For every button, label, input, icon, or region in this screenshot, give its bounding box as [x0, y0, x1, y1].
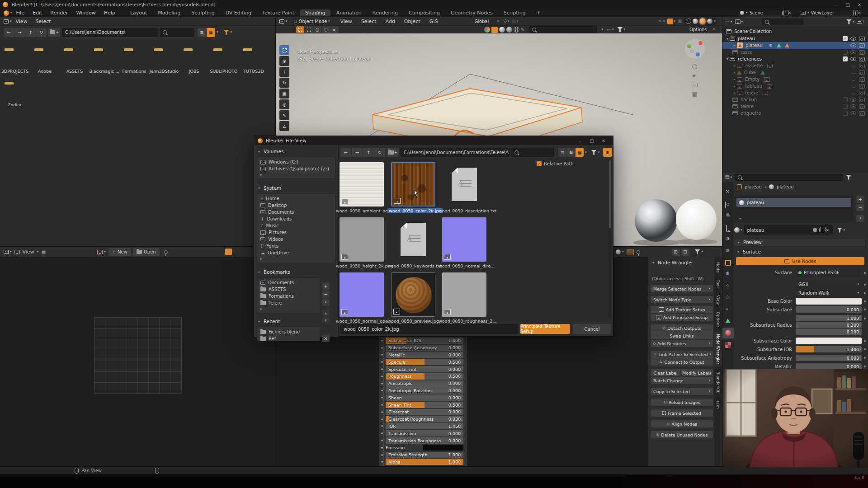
- dialog-path-field[interactable]: C:\Users\Jenni\Documents\Formations\Teie…: [401, 148, 509, 157]
- reload-images-button[interactable]: ↻Reload Images: [651, 399, 713, 406]
- panel-preview[interactable]: ▸Preview: [733, 238, 865, 246]
- system-item[interactable]: Desktop: [257, 202, 335, 209]
- brush-icon[interactable]: ✎: [521, 28, 524, 32]
- display-size-chevron[interactable]: ▾: [585, 151, 587, 154]
- filter-toggle[interactable]: ▾: [224, 30, 232, 35]
- bookmark-item[interactable]: Teiere: [257, 300, 320, 306]
- display-vertical-list-button[interactable]: ≣: [558, 148, 566, 157]
- tab-object-icon[interactable]: [725, 260, 731, 266]
- pan-hand-icon[interactable]: ☛: [692, 73, 697, 79]
- image-new-button[interactable]: +New: [108, 248, 131, 256]
- tab-blenderkit[interactable]: BlenderKit: [714, 369, 722, 395]
- system-item[interactable]: ⌂Home: [257, 195, 335, 202]
- workspace-tab-shading[interactable]: Shading: [300, 9, 330, 16]
- pin-icon[interactable]: [637, 250, 640, 254]
- menu-render[interactable]: Render: [46, 10, 72, 16]
- mode-dropdown[interactable]: Object Mode▾: [291, 18, 333, 25]
- shading-wireframe-button[interactable]: [686, 19, 691, 24]
- use-nodes-button[interactable]: Use Nodes: [736, 257, 864, 265]
- outliner-row-collection[interactable]: ▾plateau ✓: [722, 35, 868, 42]
- tab-constraints-icon[interactable]: ⌗: [726, 307, 728, 311]
- transform-orientation-dropdown[interactable]: Global▾: [472, 18, 501, 25]
- node-slider-row[interactable]: Sheen0.000: [381, 394, 463, 401]
- batch-change-dropdown[interactable]: Batch Change▾: [651, 377, 713, 384]
- system-item[interactable]: Videos: [257, 236, 335, 243]
- camera-icon[interactable]: [859, 43, 865, 48]
- tab-view[interactable]: View: [714, 293, 722, 307]
- remove-slot-button[interactable]: −: [856, 204, 864, 211]
- bookmark-item[interactable]: Formations: [257, 293, 320, 300]
- tab-item[interactable]: Item: [714, 397, 722, 411]
- recent-item[interactable]: Ref: [257, 335, 320, 341]
- node-slider-row[interactable]: Clearcoat Roughness0.030: [381, 416, 463, 423]
- select-mode-tweak-button[interactable]: [296, 26, 304, 33]
- new-folder-button[interactable]: +: [387, 148, 399, 157]
- file-item[interactable]: ▴ wood_0050_ambient_oc...: [340, 162, 384, 206]
- forward-button[interactable]: →: [14, 28, 25, 37]
- editor-type-button[interactable]: ▾: [4, 19, 12, 23]
- eye-icon[interactable]: [850, 57, 856, 61]
- refresh-button[interactable]: ↻: [36, 28, 47, 37]
- node-slider-row[interactable]: Transmission0.000: [381, 430, 463, 437]
- world-icon[interactable]: [499, 27, 505, 33]
- subsurface-slider[interactable]: 0.000: [796, 306, 862, 313]
- image-open-button[interactable]: Open: [133, 248, 160, 256]
- tool-select-box[interactable]: [279, 45, 289, 55]
- workspace-tab-texture-paint[interactable]: Texture Paint: [257, 9, 299, 16]
- radius-slider-y[interactable]: 0.200: [796, 322, 862, 328]
- outliner-row-collection[interactable]: backup ✓: [722, 96, 868, 103]
- node-slider-row[interactable]: Emission Strength1.000: [381, 451, 463, 459]
- node-slider-row[interactable]: Roughness0.500: [381, 373, 463, 380]
- viewport-menu-select[interactable]: Select: [357, 19, 381, 24]
- modify-labels-button[interactable]: Modify Labels: [681, 369, 713, 376]
- node-slider-row[interactable]: Transmission Roughness0.000: [381, 437, 463, 444]
- copy-to-selected-dropdown[interactable]: Copy to Selected▾: [651, 388, 713, 395]
- workspace-tab-layout[interactable]: Layout: [125, 9, 152, 16]
- proportional-edit-toggle[interactable]: ◎▾: [512, 19, 518, 23]
- viewlayer-selector[interactable]: ▾ViewLayer✕: [797, 9, 864, 16]
- pin-icon[interactable]: [164, 250, 168, 254]
- workspace-tab-geometry-nodes[interactable]: Geometry Nodes: [446, 9, 498, 16]
- file-item[interactable]: ▴ wood_0050_roughness_2...: [442, 272, 486, 317]
- node-slider-row[interactable]: Anisotropic0.000: [381, 380, 463, 387]
- checkbox-icon[interactable]: ✓: [843, 50, 848, 55]
- volume-item[interactable]: Windows (C:): [257, 159, 335, 165]
- metallic-slider[interactable]: 0.000: [796, 363, 862, 370]
- bookmark-item[interactable]: ASSETS: [257, 286, 320, 293]
- app-menu-button[interactable]: ▾: [4, 10, 12, 16]
- tab-texture-icon[interactable]: [725, 342, 731, 348]
- camera-icon[interactable]: [859, 77, 865, 82]
- tab-render-icon[interactable]: [725, 202, 726, 208]
- merge-selected-nodes-dropdown[interactable]: Merge Selected Nodes▾: [651, 285, 713, 292]
- scrollbar[interactable]: [609, 160, 611, 319]
- image-browse-button[interactable]: ▾: [97, 250, 106, 254]
- add-texture-setup-button[interactable]: Add Texture Setup: [651, 306, 713, 313]
- principled-texture-setup-button[interactable]: Principled Texture Setup: [520, 324, 570, 334]
- outliner-row-object[interactable]: ▸Empty: [722, 76, 868, 83]
- workspace-tab-modeling[interactable]: Modeling: [153, 9, 185, 16]
- node-slider-row[interactable]: Clearcoat0.000: [381, 408, 463, 416]
- system-section-header[interactable]: ▾System: [257, 185, 335, 191]
- eye-icon[interactable]: [850, 111, 856, 115]
- recent-item[interactable]: Fichiers blend: [257, 328, 320, 335]
- outliner-row-object[interactable]: ▸tableau: [722, 83, 868, 89]
- move-bookmark-down-button[interactable]: ▾: [322, 317, 330, 323]
- closed-eye-icon[interactable]: [851, 65, 856, 67]
- node-slider-row[interactable]: Sheen Tint0.500: [381, 401, 463, 408]
- add-principled-setup-button[interactable]: Add Principled Setup: [651, 314, 713, 321]
- file-item[interactable]: ▴ wood_0050_normal_ope...: [340, 272, 384, 317]
- connect-to-output-button[interactable]: ↳Connect to Output: [651, 358, 713, 366]
- checkbox-icon[interactable]: ✓: [843, 56, 848, 61]
- select-mode-lasso-button[interactable]: ◌: [322, 26, 330, 33]
- chevron-down-icon[interactable]: ▾: [601, 28, 603, 31]
- node-slider-row[interactable]: IOR1.450: [381, 423, 463, 430]
- viewport-menu-add[interactable]: Add: [382, 19, 399, 24]
- tool-rotate[interactable]: ↻: [279, 78, 289, 88]
- add-bookmark-button[interactable]: +: [322, 282, 330, 290]
- dialog-minimize-button[interactable]: –: [574, 138, 586, 143]
- filename-input[interactable]: wood_0050_color_2k.jpg: [340, 324, 518, 334]
- align-nodes-button[interactable]: ↔Align Nodes: [651, 420, 713, 427]
- tab-output-icon[interactable]: 🖶: [726, 213, 730, 217]
- closed-eye-icon[interactable]: [851, 78, 856, 81]
- camera-icon[interactable]: [859, 91, 865, 95]
